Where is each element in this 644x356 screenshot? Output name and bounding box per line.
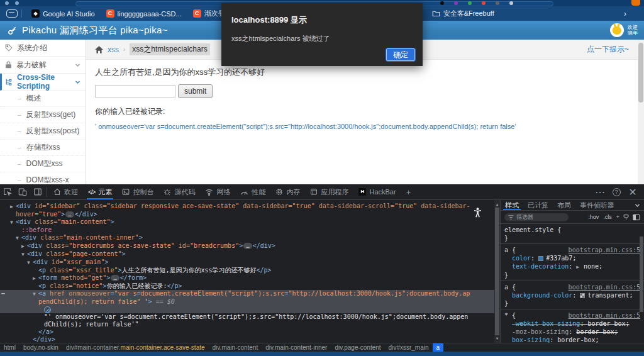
devtools-crumb[interactable]: html bbox=[0, 343, 19, 352]
tab-性能[interactable]: 性能 bbox=[235, 184, 270, 199]
styles-toggle-cls[interactable]: .cls bbox=[603, 214, 612, 220]
sidebar-subitem[interactable]: –DOM型xss bbox=[0, 156, 86, 172]
dom-tree-node[interactable] bbox=[0, 306, 500, 313]
collapsed-content-badge[interactable]: … bbox=[111, 275, 119, 281]
nav-icon[interactable] bbox=[5, 1, 9, 5]
sidebar-item-xss[interactable]: Cross-Site Scripting bbox=[0, 74, 86, 91]
devtools-crumb[interactable]: div#main-container.main-container.ace-sa… bbox=[62, 343, 209, 352]
expand-arrow-icon[interactable]: ▶ bbox=[10, 203, 16, 211]
dom-tree-node[interactable]: </a> bbox=[0, 328, 500, 336]
home-icon[interactable] bbox=[95, 46, 103, 53]
sidebar-subitem[interactable]: –反射型xss(post) bbox=[0, 123, 86, 140]
tab-内存[interactable]: 内存 bbox=[270, 184, 305, 199]
dom-tree-node[interactable]: ▼<div class="main-content-inner"> bbox=[0, 234, 500, 242]
expand-arrow-icon[interactable]: ▼ bbox=[21, 251, 27, 259]
extension-icon[interactable] bbox=[496, 1, 499, 5]
elements-scrollbar[interactable]: ▲▼ bbox=[494, 200, 500, 343]
extension-icon[interactable] bbox=[454, 1, 458, 5]
close-devtools-icon[interactable]: ✕ bbox=[625, 184, 640, 199]
devtools-crumb[interactable]: body.no-skin bbox=[19, 343, 62, 352]
reveal-adorner-icon[interactable] bbox=[44, 306, 51, 313]
apps-icon[interactable] bbox=[6, 9, 18, 18]
devtools-crumb[interactable]: a bbox=[433, 343, 444, 352]
color-swatch[interactable] bbox=[580, 293, 585, 298]
css-property-line[interactable]: -moz-box-sizing: border-box; bbox=[504, 328, 640, 336]
devtools-crumb[interactable]: div.page-content bbox=[331, 343, 384, 352]
chevron-down-icon[interactable] bbox=[635, 203, 640, 208]
breadcrumb-xss[interactable]: xss bbox=[108, 45, 119, 54]
sidebar-item-intro[interactable]: 系统介绍 bbox=[0, 40, 86, 57]
expand-arrow-icon[interactable]: ▼ bbox=[16, 235, 21, 242]
dom-tree-node[interactable]: ▼<div id="xssr_main"> bbox=[0, 259, 500, 267]
dom-tree-node[interactable]: ▼<div class="main-content"> bbox=[0, 218, 500, 226]
tab-应用程序[interactable]: 应用程序 bbox=[305, 184, 353, 199]
extension-icon[interactable] bbox=[440, 1, 444, 5]
expand-arrow-icon[interactable]: ▶ bbox=[576, 264, 582, 270]
profile-avatar[interactable] bbox=[509, 1, 513, 5]
more-options-icon[interactable]: ⋯ bbox=[592, 184, 608, 199]
device-toolbar-icon[interactable] bbox=[15, 184, 30, 199]
dom-tree-node[interactable]: ⋯▼<a href onmouseover="var s=document.cr… bbox=[0, 290, 500, 306]
tab-元素[interactable]: </>元素 bbox=[83, 184, 117, 199]
css-property-line[interactable]: -webkit-box-sizing: border-box; bbox=[504, 320, 640, 328]
dom-tree-node[interactable]: <p class="xssr_title">人生之所有苦短,是因为你的xss学习… bbox=[0, 267, 500, 274]
dom-tree-node[interactable]: </div> bbox=[0, 336, 500, 343]
dom-tree-node[interactable]: ▶<form method="get">…</form> bbox=[0, 274, 500, 282]
dom-tree-node[interactable]: "' onmouseover='var s=document.createEle… bbox=[0, 313, 500, 328]
bookmarks-overflow-chevron[interactable]: › bbox=[624, 9, 626, 18]
dom-tree-node[interactable]: ▶<div id="sidebar" class="sidebar respon… bbox=[0, 203, 500, 218]
styles-tab-布局[interactable]: 布局 bbox=[553, 200, 575, 210]
page-scrollbar[interactable] bbox=[638, 40, 644, 184]
sidebar-subitem[interactable]: –DOM型xss-x bbox=[0, 172, 86, 184]
styles-tab-事件侦听器[interactable]: 事件侦听器 bbox=[575, 200, 619, 210]
edge-browser-icon[interactable] bbox=[631, 0, 640, 6]
collapsed-content-badge[interactable]: … bbox=[243, 243, 252, 249]
tab-源代码[interactable]: 源代码 bbox=[158, 184, 200, 199]
expand-arrow-icon[interactable]: ▶ bbox=[21, 243, 27, 250]
tab-欢迎[interactable]: 欢迎 bbox=[48, 184, 83, 199]
devtools-crumb[interactable]: div.main-content-inner bbox=[262, 343, 331, 352]
dialog-ok-button[interactable]: 确定 bbox=[386, 48, 415, 61]
dom-tree-node[interactable]: ▶<div class="breadcrumbs ace-save-state"… bbox=[0, 242, 500, 250]
dom-tree-node[interactable]: ▼<div class="page-content"> bbox=[0, 250, 500, 259]
styles-toggle-hov[interactable]: :hov bbox=[588, 214, 599, 220]
bookmark-item[interactable]: 安全客&Freebuff bbox=[426, 6, 500, 21]
rendering-emulation-icon[interactable] bbox=[623, 214, 630, 221]
sidebar-item-bruteforce[interactable]: 暴力破解 bbox=[0, 57, 86, 74]
expand-arrow-icon[interactable]: ▼ bbox=[27, 259, 33, 267]
sidebar-subitem[interactable]: –反射型xss(get) bbox=[0, 107, 86, 123]
expand-arrow-icon[interactable]: ▼ bbox=[10, 219, 16, 226]
computed-sidebar-toggle-icon[interactable] bbox=[633, 214, 640, 221]
css-property-line[interactable]: box-sizing: border-box; bbox=[504, 336, 640, 343]
styles-tab-已计算[interactable]: 已计算 bbox=[523, 200, 553, 210]
css-source-link[interactable]: bootstrap.min.css:5 bbox=[569, 283, 640, 291]
avatar[interactable] bbox=[610, 23, 624, 37]
submit-button[interactable]: submit bbox=[178, 84, 213, 98]
dom-tree-node[interactable]: ::before bbox=[0, 226, 500, 234]
css-property-line[interactable]: text-decoration: ▶ none; bbox=[504, 262, 640, 271]
devtools-crumb[interactable]: div#xssr_main bbox=[385, 343, 433, 352]
extension-icon[interactable] bbox=[468, 1, 472, 5]
tab-控制台[interactable]: 控制台 bbox=[117, 184, 158, 199]
styles-toggle-[interactable]: + bbox=[616, 214, 619, 220]
styles-scrollbar[interactable] bbox=[639, 224, 644, 343]
tab-HackBar[interactable]: HHackBar bbox=[353, 184, 401, 199]
sidebar-subitem[interactable]: –概述 bbox=[0, 91, 86, 107]
bookmark-item[interactable]: Clingggggaaaa-CSD... bbox=[101, 6, 187, 21]
hint-link[interactable]: 点一下提示~ bbox=[587, 44, 629, 55]
bookmark-item[interactable]: ◆Google AI Studio bbox=[26, 6, 101, 21]
collapsed-content-badge[interactable]: … bbox=[65, 211, 74, 218]
extension-icon[interactable] bbox=[482, 1, 486, 5]
css-source-link[interactable]: bootstrap.min.css:5 bbox=[569, 246, 640, 254]
css-property-line[interactable]: color: #337ab7; bbox=[504, 254, 640, 262]
payload-link[interactable]: ' onmouseover='var s=document.createElem… bbox=[95, 123, 629, 130]
color-swatch[interactable] bbox=[538, 256, 543, 261]
styles-tab-样式[interactable]: 样式 bbox=[501, 200, 523, 210]
xss-input[interactable] bbox=[95, 85, 175, 97]
styles-filter-input[interactable]: 筛选器 bbox=[504, 213, 569, 221]
nav-icon[interactable] bbox=[15, 1, 19, 5]
tab-new[interactable]: + bbox=[401, 184, 416, 199]
sidebar-subitem[interactable]: –存储型xss bbox=[0, 140, 86, 156]
dock-side-icon[interactable] bbox=[30, 184, 45, 199]
help-icon[interactable]: ? bbox=[609, 184, 624, 199]
